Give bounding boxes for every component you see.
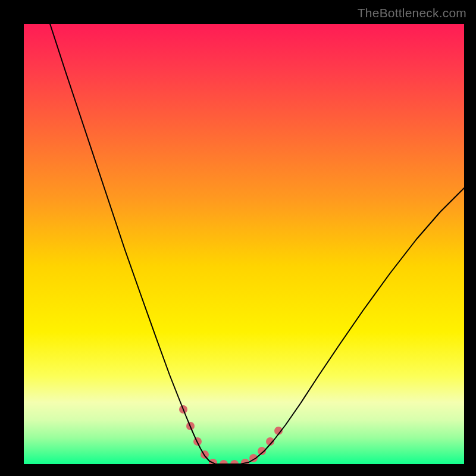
chart-curves	[24, 24, 464, 464]
plot-area	[24, 24, 464, 464]
valley-highlight-bottom-bead	[220, 460, 228, 464]
watermark-text: TheBottleneck.com	[358, 6, 466, 20]
chart-frame: TheBottleneck.com	[0, 0, 476, 476]
valley-highlight-bottom-bead	[230, 460, 239, 464]
left-curve	[50, 24, 232, 464]
right-curve	[232, 188, 464, 464]
